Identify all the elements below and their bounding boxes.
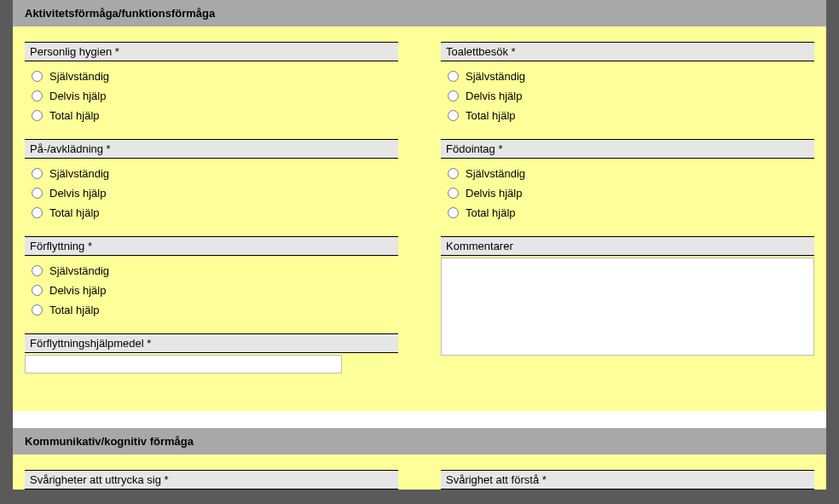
radio-label[interactable]: Total hjälp — [466, 109, 516, 122]
radio-sjalvstandig[interactable] — [32, 265, 43, 276]
radio-label[interactable]: Total hjälp — [466, 206, 516, 219]
radio-row: Självständig — [32, 67, 398, 86]
section-title: Kommunikativ/kognitiv förmåga — [25, 435, 194, 448]
field-svarighet-forsta: Svårighet att förstå * — [441, 470, 814, 490]
field-forflyttningshjalpmedel: Förflyttningshjälpmedel * — [25, 333, 398, 374]
radio-list: Självständig Delvis hjälp Total hjälp — [441, 159, 814, 224]
forflyttningshjalpmedel-input[interactable] — [25, 355, 342, 374]
field-avkladning: På-/avklädning * Självständig Delvis hjä… — [25, 139, 398, 224]
radio-list: Självständig Delvis hjälp Total hjälp — [25, 256, 398, 322]
left-column: Svårigheter att uttrycka sig * — [25, 470, 398, 490]
field-label: Svårighet att förstå * — [441, 470, 814, 490]
radio-row: Total hjälp — [32, 106, 398, 125]
radio-label[interactable]: Delvis hjälp — [49, 90, 106, 102]
radio-row: Delvis hjälp — [448, 86, 814, 106]
radio-row: Total hjälp — [32, 300, 398, 320]
field-forflyttning: Förflyttning * Självständig Delvis hjälp — [25, 236, 398, 322]
right-column: Toalettbesök * Självständig Delvis hjälp — [441, 42, 814, 385]
radio-list: Självständig Delvis hjälp Total hjälp — [25, 159, 398, 224]
radio-sjalvstandig[interactable] — [448, 71, 459, 82]
radio-list: Självständig Delvis hjälp Total hjälp — [441, 61, 814, 127]
radio-row: Självständig — [448, 67, 814, 86]
radio-row: Total hjälp — [448, 106, 814, 125]
radio-delvis[interactable] — [32, 90, 43, 101]
radio-label[interactable]: Självständig — [49, 70, 109, 83]
section-body-aktivitet: Personlig hygien * Självständig Delvis h… — [13, 26, 826, 411]
field-label: Förflyttningshjälpmedel * — [25, 333, 398, 353]
radio-total[interactable] — [448, 110, 459, 121]
left-column: Personlig hygien * Självständig Delvis h… — [25, 42, 398, 385]
radio-row: Självständig — [32, 164, 398, 183]
radio-sjalvstandig[interactable] — [448, 168, 459, 179]
columns: Personlig hygien * Självständig Delvis h… — [25, 42, 814, 385]
radio-row: Total hjälp — [448, 203, 814, 223]
radio-delvis[interactable] — [32, 188, 43, 199]
radio-list: Självständig Delvis hjälp Total hjälp — [25, 61, 398, 127]
radio-row: Delvis hjälp — [32, 183, 398, 203]
field-personlig-hygien: Personlig hygien * Självständig Delvis h… — [25, 42, 398, 127]
radio-delvis[interactable] — [448, 90, 459, 101]
field-label: På-/avklädning * — [25, 139, 398, 159]
radio-sjalvstandig[interactable] — [32, 71, 43, 82]
radio-delvis[interactable] — [32, 285, 43, 296]
columns: Svårigheter att uttrycka sig * Svårighet… — [25, 470, 814, 490]
radio-delvis[interactable] — [448, 188, 459, 199]
radio-label[interactable]: Självständig — [466, 70, 525, 83]
kommentarer-textarea[interactable] — [441, 258, 814, 356]
radio-row: Delvis hjälp — [32, 281, 398, 300]
radio-total[interactable] — [448, 207, 459, 218]
field-label: Svårigheter att uttrycka sig * — [25, 470, 398, 490]
radio-row: Självständig — [32, 261, 398, 281]
radio-row: Total hjälp — [32, 203, 398, 223]
form-page: Aktivitetsförmåga/funktionsförmåga Perso… — [13, 0, 826, 490]
radio-sjalvstandig[interactable] — [32, 168, 43, 179]
section-gap — [13, 411, 826, 428]
radio-label[interactable]: Delvis hjälp — [466, 90, 522, 102]
field-toalettbesok: Toalettbesök * Självständig Delvis hjälp — [441, 42, 814, 127]
right-column: Svårighet att förstå * — [441, 470, 814, 490]
radio-label[interactable]: Delvis hjälp — [49, 187, 106, 200]
section-title: Aktivitetsförmåga/funktionsförmåga — [25, 7, 215, 20]
radio-label[interactable]: Självständig — [466, 167, 525, 180]
radio-total[interactable] — [32, 207, 43, 218]
section-body-kommunikativ: Svårigheter att uttrycka sig * Svårighet… — [13, 455, 826, 490]
radio-label[interactable]: Total hjälp — [49, 109, 100, 122]
field-kommentarer: Kommentarer — [441, 236, 814, 358]
field-label: Personlig hygien * — [25, 42, 398, 61]
radio-total[interactable] — [32, 304, 43, 316]
section-header-aktivitet: Aktivitetsförmåga/funktionsförmåga — [13, 0, 826, 26]
field-fodointag: Födointag * Självständig Delvis hjälp — [441, 139, 814, 224]
field-label: Kommentarer — [441, 236, 814, 256]
field-label: Förflyttning * — [25, 236, 398, 256]
radio-row: Självständig — [448, 164, 814, 183]
radio-label[interactable]: Delvis hjälp — [466, 187, 522, 200]
section-header-kommunikativ: Kommunikativ/kognitiv förmåga — [13, 428, 826, 455]
radio-label[interactable]: Total hjälp — [49, 206, 100, 219]
radio-row: Delvis hjälp — [448, 183, 814, 203]
radio-label[interactable]: Självständig — [49, 167, 109, 180]
radio-total[interactable] — [32, 110, 43, 121]
radio-label[interactable]: Självständig — [49, 264, 109, 277]
radio-row: Delvis hjälp — [32, 86, 398, 106]
field-svarigheter-uttrycka: Svårigheter att uttrycka sig * — [25, 470, 398, 490]
radio-label[interactable]: Total hjälp — [49, 304, 100, 316]
radio-label[interactable]: Delvis hjälp — [49, 284, 106, 297]
field-label: Födointag * — [441, 139, 814, 159]
field-label: Toalettbesök * — [441, 42, 814, 61]
